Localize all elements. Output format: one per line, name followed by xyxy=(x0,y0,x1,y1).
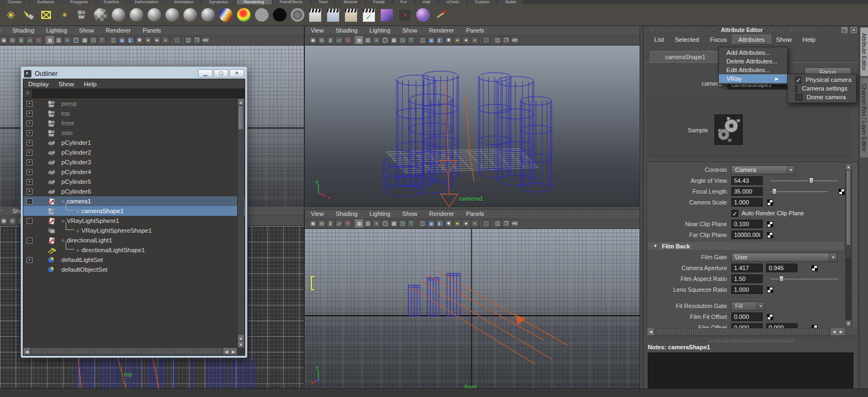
far-clip-plane-map-button[interactable] xyxy=(767,232,773,238)
outliner-item-pcylinder1[interactable]: + pCylinder1 xyxy=(23,138,245,148)
outliner-search-input[interactable] xyxy=(33,89,244,98)
float-panel-icon[interactable]: ❐ xyxy=(841,27,847,33)
gate-mask-icon[interactable]: ◯ xyxy=(381,36,389,44)
shelf-tab-custom[interactable]: Custom xyxy=(467,0,498,4)
vertical-scrollbar[interactable]: ▲ ▼ xyxy=(845,163,852,327)
use-all-lights-icon[interactable]: ✹ xyxy=(445,220,452,227)
scroll-up-icon[interactable]: ▲ xyxy=(846,164,851,170)
outliner-horizontal-scrollbar[interactable]: ◀ ◀ ▶ xyxy=(23,348,237,355)
lens-squeeze-ratio-map-button[interactable] xyxy=(767,287,773,293)
exposure-icon[interactable]: ❐ xyxy=(502,36,510,44)
outliner-item-vraylightsphere1[interactable]: - ○VRayLightSphere1 xyxy=(23,216,245,226)
image-plane-icon[interactable]: ▱ xyxy=(335,36,343,44)
shelf-tab-toon[interactable]: Toon xyxy=(311,0,336,4)
ipr-render-icon[interactable] xyxy=(343,8,359,23)
attribute-editor-titlebar[interactable]: Attribute Editor ❐ ✕ xyxy=(643,26,859,34)
grid-icon[interactable]: ▦ xyxy=(355,36,363,44)
motion-blur-icon[interactable]: ● xyxy=(471,36,478,44)
camera-scale-map-button[interactable] xyxy=(767,200,773,206)
shelf-tab-fur[interactable]: Fur xyxy=(393,0,415,4)
expand-toggle-icon[interactable]: - xyxy=(27,238,33,244)
horizontal-scrollbar[interactable]: ◀ ◀ ▶ xyxy=(647,328,845,335)
outliner-item-defaultlightset[interactable]: + defaultLightSet xyxy=(23,255,245,265)
outliner-item-camera1[interactable]: - ○camera1 xyxy=(23,196,245,206)
scroll-right-icon[interactable]: ▶ xyxy=(838,328,845,335)
viewport-menu-view[interactable]: View xyxy=(305,210,330,217)
outliner-item-camerashape1[interactable]: ○cameraShape1 xyxy=(23,206,245,216)
safe-title-icon[interactable]: T xyxy=(407,220,415,227)
scroll-down-icon[interactable]: ▼ xyxy=(238,341,244,348)
camera-attributes-icon[interactable]: ◎ xyxy=(318,36,326,44)
ramp-shader-icon[interactable] xyxy=(218,8,233,23)
viewport-menu-lighting[interactable]: Lighting xyxy=(40,27,73,34)
expand-toggle-icon[interactable]: + xyxy=(27,101,33,107)
shelf-tab-deformation[interactable]: Deformation xyxy=(127,0,167,4)
ae-menu-attributes[interactable]: Attributes xyxy=(732,35,771,44)
viewport-menu-show[interactable]: Show xyxy=(397,210,424,217)
viewport-menu-view[interactable]: View xyxy=(0,208,7,214)
plugin-shapes-icon[interactable]: ⋘ xyxy=(202,36,209,44)
shelf-tab-polygons[interactable]: Polygons xyxy=(62,0,96,4)
exposure-icon[interactable]: ❐ xyxy=(502,220,510,227)
angle-of-view-slider[interactable] xyxy=(770,177,838,184)
ae-menu-selected[interactable]: Selected xyxy=(669,35,705,44)
outliner-titlebar[interactable]: Outliner ▁ ▢ ✕ xyxy=(23,68,245,79)
outliner-item-pcylinder6[interactable]: + pCylinder6 xyxy=(23,187,245,196)
tab-camerashape1[interactable]: cameraShape1 xyxy=(650,51,720,62)
use-all-lights-icon[interactable]: ✹ xyxy=(445,36,452,44)
viewport-front[interactable]: ViewShadingLightingShowRendererPanels ◉◎… xyxy=(304,209,640,388)
shelf-tab-animation[interactable]: Animation xyxy=(167,0,202,4)
shelf-tab-subdivs[interactable]: Subdivs xyxy=(96,0,127,4)
grid-icon[interactable]: ▦ xyxy=(46,36,54,44)
screen-space-ao-icon[interactable]: ● xyxy=(462,36,470,44)
smooth-shade-icon[interactable]: ◼ xyxy=(118,36,126,44)
film-gate-icon[interactable]: ▥ xyxy=(55,36,62,44)
gate-mask-icon[interactable]: ◯ xyxy=(72,36,80,44)
surface-shader-icon[interactable] xyxy=(254,8,269,23)
film-fit-offset-field[interactable] xyxy=(731,312,763,321)
scroll-left-icon[interactable]: ◀ xyxy=(223,348,230,355)
shadows-icon[interactable]: ● xyxy=(454,220,461,227)
xray-icon[interactable]: ◫ xyxy=(494,36,501,44)
shelf-tab-curves[interactable]: Curves xyxy=(0,0,29,4)
field-chart-icon[interactable]: ▩ xyxy=(81,36,88,44)
motion-blur-icon[interactable]: ● xyxy=(162,36,169,44)
expand-toggle-icon[interactable]: + xyxy=(27,140,33,146)
physical-camera-checkbox[interactable]: ✓ xyxy=(795,76,801,84)
notes-splitter[interactable] xyxy=(643,340,859,343)
viewport-menu-renderer[interactable]: Renderer xyxy=(423,27,460,34)
wireframe-icon[interactable]: ◻ xyxy=(110,36,117,44)
expand-toggle-icon[interactable]: + xyxy=(27,257,33,263)
xray-icon[interactable]: ◫ xyxy=(184,36,192,44)
viewport-menu-show[interactable]: Show xyxy=(73,27,100,34)
plugin-shapes-icon[interactable]: ⋘ xyxy=(511,36,519,44)
viewport-menu-panels[interactable]: Panels xyxy=(460,210,490,217)
expand-toggle-icon[interactable]: + xyxy=(27,150,33,156)
viewport-menu-panels[interactable]: Panels xyxy=(137,27,167,34)
panel-drag-dots[interactable] xyxy=(853,163,858,327)
area-light-icon[interactable] xyxy=(39,8,54,23)
exposure-icon[interactable]: ❐ xyxy=(193,36,201,44)
outliner-item-pcylinder4[interactable]: + pCylinder4 xyxy=(23,167,245,177)
outliner-item-directionallight1[interactable]: - ○directionalLight1 xyxy=(23,235,245,245)
viewport-menu-show[interactable]: Show xyxy=(397,27,424,34)
menu-item-add-attributes[interactable]: Add Attributes... xyxy=(719,48,787,57)
use-all-lights-icon[interactable]: ✹ xyxy=(136,36,143,44)
ae-menu-help[interactable]: Help xyxy=(797,35,821,44)
layered-shader-icon[interactable] xyxy=(200,8,215,23)
focal-length-field[interactable] xyxy=(731,187,763,196)
auto-render-clip-plane-checkbox[interactable]: ✓ xyxy=(731,210,738,217)
ae-menu-show[interactable]: Show xyxy=(771,35,797,44)
angle-of-view-field[interactable] xyxy=(731,176,763,185)
render-settings-icon[interactable] xyxy=(308,8,323,23)
render-frame-icon[interactable] xyxy=(326,8,341,23)
viewport-menu-shading[interactable]: Shading xyxy=(330,210,363,217)
textured-icon[interactable]: ◧ xyxy=(127,36,135,44)
anisotropic-sphere-icon[interactable] xyxy=(111,8,126,23)
film-gate-icon[interactable]: ▥ xyxy=(364,220,372,227)
wireframe-icon[interactable]: ◻ xyxy=(419,36,426,44)
grid-icon[interactable]: ▦ xyxy=(355,220,363,227)
bookmarks-icon[interactable]: ▮ xyxy=(327,36,334,44)
viewport-canvas-camera[interactable]: y x camera1 xyxy=(305,46,640,207)
expand-toggle-icon[interactable]: + xyxy=(27,159,33,165)
